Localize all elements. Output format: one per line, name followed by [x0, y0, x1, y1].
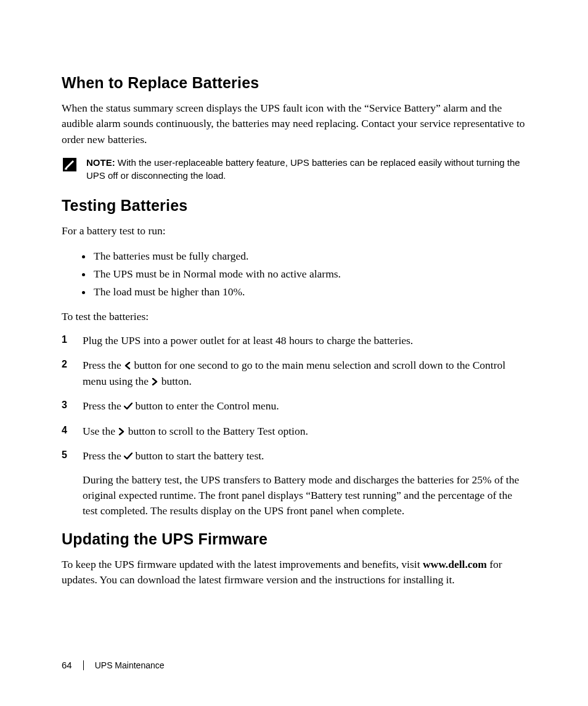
- checkmark-icon: [124, 449, 133, 464]
- step-number: 4: [62, 424, 83, 436]
- note-block: NOTE: With the user-replaceable battery …: [62, 156, 529, 182]
- page-number: 64: [62, 660, 72, 670]
- page: When to Replace Batteries When the statu…: [0, 0, 588, 706]
- para-replace-batteries: When the status summary screen displays …: [62, 101, 529, 147]
- testing-lead: To test the batteries:: [62, 309, 529, 324]
- note-label: NOTE:: [86, 157, 115, 168]
- text-fragment: button for one second to go to the main …: [83, 359, 505, 387]
- steps-list: 1 Plug the UPS into a power outlet for a…: [62, 333, 529, 519]
- step-row: 5 Press the button to start the battery …: [62, 448, 529, 519]
- testing-bullets: The batteries must be fully charged. The…: [62, 248, 529, 300]
- step-row: 4 Use the button to scroll to the Batter…: [62, 424, 529, 440]
- note-body: With the user-replaceable battery featur…: [86, 157, 520, 181]
- step-number: 3: [62, 398, 83, 411]
- step-number: 5: [62, 448, 83, 461]
- step-row: 2 Press the button for one second to go …: [62, 358, 529, 390]
- step-number: 1: [62, 333, 83, 345]
- step-body: Press the button to start the battery te…: [83, 448, 529, 519]
- step-body: Press the button to enter the Control me…: [83, 398, 529, 414]
- step-text: Use the button to scroll to the Battery …: [83, 424, 529, 440]
- step-text: Plug the UPS into a power outlet for at …: [83, 333, 529, 348]
- checkmark-icon: [124, 399, 133, 414]
- list-item: The UPS must be in Normal mode with no a…: [92, 266, 529, 282]
- step-body: Plug the UPS into a power outlet for at …: [83, 333, 529, 348]
- text-fragment: button.: [158, 375, 191, 387]
- list-item: The batteries must be fully charged.: [92, 248, 529, 265]
- step-text: Press the button to enter the Control me…: [83, 398, 529, 414]
- step-text: Press the button to start the battery te…: [83, 448, 529, 464]
- footer-divider: [83, 660, 84, 670]
- note-text: NOTE: With the user-replaceable battery …: [86, 156, 529, 182]
- greater-than-icon: [151, 374, 158, 390]
- heading-testing-batteries: Testing Batteries: [62, 197, 529, 215]
- footer-section-title: UPS Maintenance: [95, 660, 165, 670]
- text-fragment: button to start the battery test.: [133, 449, 264, 462]
- svg-rect-0: [65, 168, 67, 170]
- step-body: Press the button for one second to go to…: [83, 358, 529, 390]
- page-footer: 64 UPS Maintenance: [62, 660, 165, 670]
- pencil-note-icon: [62, 157, 78, 173]
- greater-than-icon: [118, 424, 125, 440]
- para-firmware: To keep the UPS firmware updated with th…: [62, 557, 529, 588]
- text-fragment: button to scroll to the Battery Test opt…: [125, 425, 308, 437]
- site-url: www.dell.com: [423, 558, 487, 570]
- text-fragment: button to enter the Control menu.: [133, 400, 279, 412]
- text-fragment: To keep the UPS firmware updated with th…: [62, 558, 423, 570]
- text-fragment: Press the: [83, 449, 124, 462]
- step-row: 1 Plug the UPS into a power outlet for a…: [62, 333, 529, 348]
- text-fragment: Press the: [83, 359, 124, 371]
- text-fragment: Press the: [83, 400, 124, 412]
- step-body: Use the button to scroll to the Battery …: [83, 424, 529, 440]
- step-text: Press the button for one second to go to…: [83, 358, 529, 390]
- testing-intro: For a battery test to run:: [62, 223, 529, 239]
- step-row: 3 Press the button to enter the Control …: [62, 398, 529, 414]
- heading-updating-firmware: Updating the UPS Firmware: [62, 530, 529, 548]
- step-number: 2: [62, 358, 83, 370]
- list-item: The load must be higher than 10%.: [92, 284, 529, 300]
- text-fragment: Use the: [83, 425, 118, 437]
- step-after-text: During the battery test, the UPS transfe…: [83, 472, 529, 519]
- heading-replace-batteries: When to Replace Batteries: [62, 74, 529, 92]
- less-than-icon: [124, 358, 131, 374]
